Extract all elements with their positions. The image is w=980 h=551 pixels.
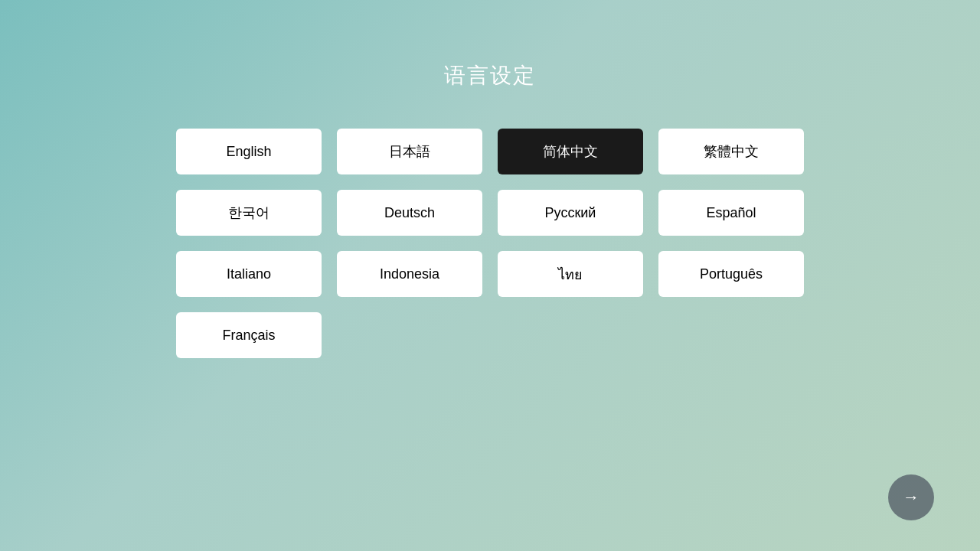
lang-btn-portuguese[interactable]: Português xyxy=(658,251,804,297)
lang-btn-english[interactable]: English xyxy=(176,129,322,174)
lang-btn-traditional-chinese[interactable]: 繁體中文 xyxy=(658,129,804,174)
language-grid: English日本語简体中文繁體中文한국어DeutschРусскийEspañ… xyxy=(161,129,819,358)
lang-btn-simplified-chinese[interactable]: 简体中文 xyxy=(498,129,643,174)
lang-btn-russian[interactable]: Русский xyxy=(498,190,643,236)
lang-btn-thai[interactable]: ไทย xyxy=(498,251,643,297)
arrow-icon: → xyxy=(903,487,920,507)
lang-btn-french[interactable]: Français xyxy=(176,312,322,358)
lang-btn-japanese[interactable]: 日本語 xyxy=(337,129,482,174)
lang-btn-korean[interactable]: 한국어 xyxy=(176,190,322,236)
next-button[interactable]: → xyxy=(888,474,934,520)
lang-btn-spanish[interactable]: Español xyxy=(658,190,804,236)
page-title: 语言设定 xyxy=(444,61,536,90)
lang-btn-german[interactable]: Deutsch xyxy=(337,190,482,236)
lang-btn-italian[interactable]: Italiano xyxy=(176,251,322,297)
lang-btn-indonesian[interactable]: Indonesia xyxy=(337,251,482,297)
